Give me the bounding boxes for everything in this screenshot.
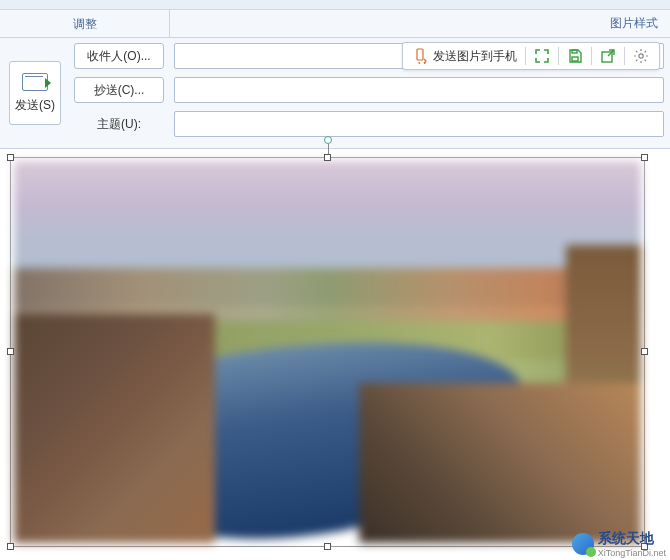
inserted-image[interactable]: [14, 161, 641, 543]
send-image-to-phone-label: 发送图片到手机: [433, 48, 517, 65]
resize-handle-tm[interactable]: [324, 154, 331, 161]
toolbar-separator: [525, 47, 526, 65]
resize-handle-bm[interactable]: [324, 543, 331, 550]
send-image-to-phone-button[interactable]: 发送图片到手机: [407, 44, 523, 68]
cc-button[interactable]: 抄送(C)...: [74, 77, 164, 103]
message-body-canvas[interactable]: [0, 149, 670, 559]
toolbar-separator: [591, 47, 592, 65]
svg-point-4: [639, 54, 643, 58]
window-top-strip: [0, 0, 670, 10]
phone-sync-icon: [413, 48, 429, 64]
rotate-handle[interactable]: [324, 136, 332, 144]
send-button[interactable]: 发送(S): [9, 61, 61, 125]
svg-rect-1: [572, 57, 578, 61]
toolbar-separator: [624, 47, 625, 65]
svg-rect-2: [572, 50, 577, 53]
ribbon-group-picture-style[interactable]: 图片样式: [610, 15, 658, 32]
gear-icon: [633, 48, 649, 64]
save-icon: [567, 48, 583, 64]
watermark-url: XiTongTianDi.net: [598, 548, 666, 558]
watermark-title: 系统天地: [598, 530, 666, 548]
watermark-logo-icon: [572, 533, 594, 555]
watermark: 系统天地 XiTongTianDi.net: [572, 530, 666, 558]
fullscreen-button[interactable]: [528, 44, 556, 68]
fullscreen-icon: [534, 48, 550, 64]
share-icon: [600, 48, 616, 64]
ribbon-group-adjust[interactable]: 调整: [0, 10, 170, 37]
to-button[interactable]: 收件人(O)...: [74, 43, 164, 69]
image-selection-frame[interactable]: [10, 157, 645, 547]
envelope-icon: [22, 73, 48, 91]
resize-handle-ml[interactable]: [7, 348, 14, 355]
ribbon-groups: 调整 图片样式: [0, 10, 670, 38]
subject-field[interactable]: [174, 111, 664, 137]
resize-handle-bl[interactable]: [7, 543, 14, 550]
share-button[interactable]: [594, 44, 622, 68]
save-button[interactable]: [561, 44, 589, 68]
resize-handle-tr[interactable]: [641, 154, 648, 161]
resize-handle-mr[interactable]: [641, 348, 648, 355]
settings-button[interactable]: [627, 44, 655, 68]
cc-field[interactable]: [174, 77, 664, 103]
resize-handle-tl[interactable]: [7, 154, 14, 161]
subject-label: 主题(U):: [74, 116, 164, 133]
svg-rect-0: [417, 49, 423, 60]
toolbar-separator: [558, 47, 559, 65]
send-label: 发送(S): [15, 97, 55, 114]
floating-image-toolbar: 发送图片到手机: [402, 42, 660, 70]
